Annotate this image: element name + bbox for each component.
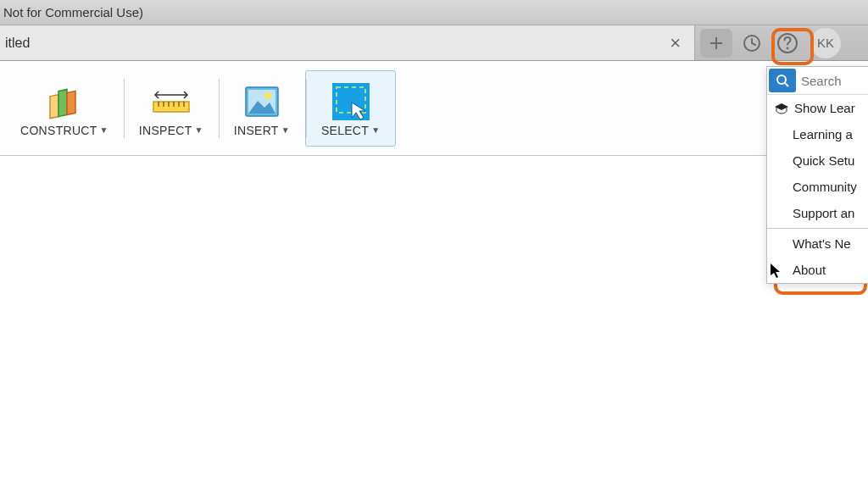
construct-icon [42,80,86,124]
svg-rect-4 [58,89,67,116]
user-avatar[interactable]: KK [810,28,841,58]
document-tab-title: itled [5,36,30,51]
construct-label: CONSTRUCT ▼ [20,124,108,137]
cursor-icon [771,263,782,279]
help-icon [776,32,798,54]
insert-icon [240,80,284,124]
search-icon [776,74,789,87]
recent-button[interactable] [736,29,768,58]
menu-separator [767,228,868,229]
inspect-icon [149,80,193,124]
svg-point-16 [264,92,271,99]
select-icon [329,80,373,124]
svg-line-21 [785,83,788,86]
new-tab-button[interactable] [700,29,732,58]
tabbar-right-controls: KK [695,25,846,60]
tool-group-insert[interactable]: INSERT ▼ [219,70,305,147]
svg-point-2 [787,47,789,49]
svg-rect-5 [67,91,75,114]
caret-down-icon: ▼ [371,125,380,135]
select-label: SELECT ▼ [321,124,380,137]
window-title: Not for Commercial Use) [3,5,143,19]
help-search-button[interactable] [769,69,796,92]
insert-label: INSERT ▼ [234,124,290,137]
avatar-initials: KK [817,36,834,50]
clock-icon [742,33,762,53]
document-tab[interactable]: itled × [0,25,695,60]
document-tabbar: itled × KK [0,25,868,61]
menu-item-whats-new[interactable]: What's Ne [767,230,868,257]
tool-group-construct[interactable]: CONSTRUCT ▼ [5,70,124,147]
caret-down-icon: ▼ [195,125,203,135]
svg-point-20 [777,75,786,84]
svg-rect-3 [50,94,58,118]
menu-item-community[interactable]: Community [767,174,868,200]
close-tab-button[interactable]: × [665,32,686,54]
inspect-label: INSPECT ▼ [139,124,203,137]
help-button[interactable] [771,29,804,58]
help-dropdown-menu: Show Lear Learning a Quick Setu Communit… [766,66,868,284]
caret-down-icon: ▼ [100,125,108,135]
plus-icon [708,35,725,52]
viewport-canvas[interactable] [0,156,868,488]
help-search-input[interactable] [798,74,857,88]
menu-item-show-learning[interactable]: Show Lear [767,95,868,121]
menu-item-support[interactable]: Support an [767,200,868,226]
menu-item-learning[interactable]: Learning a [767,121,868,147]
graduation-cap-icon [774,103,789,114]
help-search-row [767,67,868,95]
svg-rect-18 [332,83,370,120]
tool-group-select[interactable]: SELECT ▼ [305,70,396,147]
menu-item-quick-setup[interactable]: Quick Setu [767,147,868,174]
window-titlebar: Not for Commercial Use) [0,0,868,25]
menu-item-about[interactable]: About [767,257,868,283]
caret-down-icon: ▼ [281,125,290,135]
ribbon-toolbar: CONSTRUCT ▼ INSPECT ▼ [0,61,868,156]
tool-group-inspect[interactable]: INSPECT ▼ [124,70,219,147]
